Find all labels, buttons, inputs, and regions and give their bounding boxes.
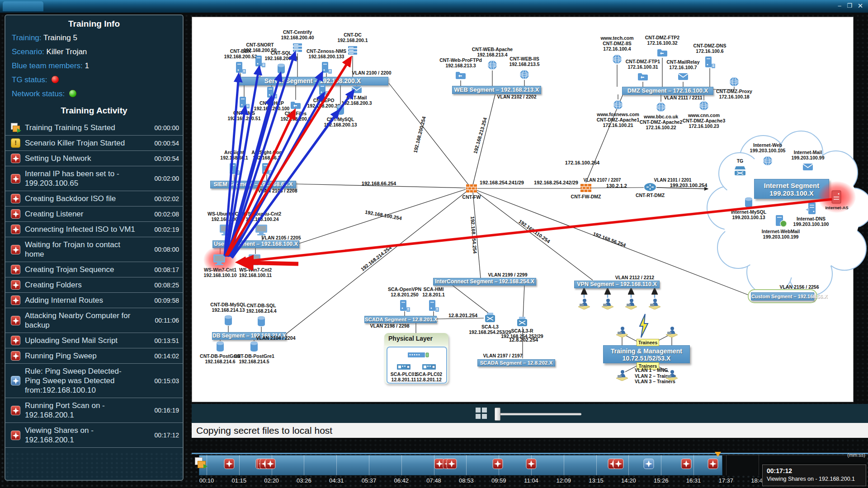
- server-segment[interactable]: Server Segment – 192.168.200.X: [237, 77, 388, 85]
- node-SCA-PLC02[interactable]: [422, 363, 436, 372]
- node-SCA-L3-R[interactable]: [516, 316, 528, 329]
- timeline-event-red[interactable]: [708, 459, 718, 469]
- node-bolt[interactable]: [638, 314, 650, 341]
- timeline-event-red[interactable]: [265, 459, 276, 469]
- activity-row-4[interactable]: Creating Backdoor ISO file00:02:02: [5, 191, 183, 206]
- timeline-event-red[interactable]: [681, 459, 692, 469]
- node-person[interactable]: [624, 298, 638, 311]
- node-ArcSight[interactable]: [228, 162, 240, 178]
- node-CNT-DB-MySQL[interactable]: [223, 314, 233, 328]
- activity-row-13[interactable]: Running Ping Sweep00:14:02: [5, 348, 183, 364]
- activity-row-12[interactable]: Uploading Send Mail Script00:13:51: [5, 333, 183, 348]
- timeline-tick-12:09: 12:09: [557, 477, 571, 484]
- node-CNT-FW-DMZ[interactable]: [580, 183, 592, 195]
- node-CNT-DC[interactable]: [347, 45, 358, 58]
- custom-segment[interactable]: Custom Segment – 192.168.56.X: [748, 289, 817, 303]
- node-CNT-DMZ-FTP1[interactable]: [637, 71, 649, 83]
- node-WS-Ubuntu-Cnt2[interactable]: [255, 224, 270, 238]
- node-www.cnn.com[interactable]: [698, 100, 710, 113]
- activity-row-1[interactable]: !Scenario Killer Trojan Started00:00:54: [5, 136, 183, 151]
- node-Internet-AS[interactable]: [831, 190, 843, 206]
- siem-segment[interactable]: SIEM Segment – 192.168.66.X: [210, 181, 296, 188]
- node-label: WS-Win7-Cnt2192.168.100.11: [224, 267, 287, 278]
- activity-row-15[interactable]: Running Port Scan on - 192.168.200.100:1…: [5, 398, 183, 423]
- node-ArcSight-Con[interactable]: [261, 162, 273, 178]
- close-button[interactable]: ✕: [855, 2, 865, 10]
- activity-row-2[interactable]: Setting Up Network00:00:54: [5, 151, 183, 166]
- custom-segment-bar[interactable]: Custom Segment – 192.168.56.X: [751, 292, 814, 300]
- minimize-button[interactable]: –: [835, 2, 844, 10]
- node-Internet-MySQL[interactable]: [744, 197, 754, 210]
- timeline-event-blue[interactable]: [644, 459, 654, 469]
- dmz-segment[interactable]: DMZ Segment – 172.16.100.X: [622, 87, 713, 95]
- node-CNT-DB-PostGre2[interactable]: [215, 341, 225, 354]
- node-CNT-BBX[interactable]: [235, 61, 246, 76]
- zoom-slider-handle[interactable]: [495, 408, 500, 421]
- node-SCA-HMI[interactable]: [428, 299, 439, 314]
- training-management-box[interactable]: Training & Management10.72.51/52/53.X: [603, 345, 690, 363]
- node-person[interactable]: [665, 326, 679, 339]
- node-CNT-Mail[interactable]: [351, 85, 363, 96]
- node-CNT-Web-ProFTPd[interactable]: [455, 70, 467, 82]
- vpn-segment[interactable]: VPN Segment – 192.168.110.X: [574, 281, 660, 288]
- node-CNT-DHCP[interactable]: [266, 86, 278, 101]
- node-CNT-WEB-IIS[interactable]: [519, 69, 530, 82]
- node-person[interactable]: [648, 298, 661, 311]
- node-CNT-MailRelay[interactable]: [677, 72, 689, 83]
- timeline-gridline: [564, 455, 564, 475]
- node-person[interactable]: [601, 298, 614, 311]
- node-person[interactable]: [615, 369, 629, 383]
- scada-segment-202[interactable]: SCADA Segment – 12.8.202.X: [477, 359, 555, 366]
- node-SCA-L3[interactable]: [484, 312, 496, 325]
- activity-row-9[interactable]: Creating Folders00:08:25: [5, 277, 183, 293]
- node-WS-Ubuntu-Cnt1[interactable]: [219, 224, 234, 238]
- layout-grid-icon[interactable]: [476, 408, 487, 419]
- node-Internet-Mail[interactable]: [802, 162, 814, 173]
- activity-row-14[interactable]: Rule: Ping Sweep Detected- Ping Sweep wa…: [5, 364, 183, 398]
- node-www.foxnews.com[interactable]: [612, 99, 624, 113]
- playhead-marker[interactable]: [715, 452, 721, 457]
- timeline-event-red[interactable]: [447, 459, 457, 469]
- activity-row-16[interactable]: Viewing Shares on - 192.168.200.100:17:1…: [5, 423, 183, 448]
- maximize-button[interactable]: ❐: [844, 2, 854, 10]
- activity-row-10[interactable]: Adding Internal Routes00:09:58: [5, 293, 183, 308]
- timeline-tick-15:26: 15:26: [654, 477, 669, 484]
- timeline-event-red[interactable]: [526, 459, 537, 469]
- timeline-event-red[interactable]: [613, 459, 624, 469]
- node-WS-Win7-Cnt1[interactable]: [212, 253, 228, 268]
- activity-row-8[interactable]: Creating Trojan Sequence00:08:17: [5, 262, 183, 277]
- activity-time: 00:08:25: [155, 282, 179, 289]
- node-TG[interactable]: [733, 165, 747, 179]
- interconnect-segment[interactable]: InterConnect Segment – 192.168.254.X: [433, 278, 536, 286]
- activity-row-3[interactable]: Internal IP has been set to - 199.203.10…: [5, 166, 183, 191]
- node-person[interactable]: [577, 298, 591, 311]
- node-physwitch[interactable]: [407, 352, 429, 361]
- node-CNT-DMZ-Proxy[interactable]: [728, 76, 740, 89]
- node-CNT-RT-DMZ[interactable]: [644, 183, 656, 193]
- activity-row-7[interactable]: Waiting for Trojan to contact home00:08:…: [5, 237, 183, 262]
- zoom-slider-track[interactable]: [495, 413, 581, 415]
- activity-row-11[interactable]: Attacking Nearby Computer for backup00:1…: [5, 308, 183, 333]
- web-segment[interactable]: WEB Segment – 192.168.213.X: [452, 86, 541, 94]
- node-CNT-FW[interactable]: [466, 183, 477, 195]
- timeline-event-training[interactable]: [195, 457, 208, 469]
- node-WS-Win7-Cnt2[interactable]: [248, 253, 263, 268]
- timeline-event-red[interactable]: [493, 459, 503, 469]
- node-CNT-SQL[interactable]: [276, 63, 286, 76]
- timeline-event-red[interactable]: [224, 459, 235, 469]
- node-CNT-DB-SQL[interactable]: [256, 315, 266, 329]
- activity-row-5[interactable]: Creating Listener00:02:08: [5, 206, 183, 222]
- node-CNT-MySQL[interactable]: [335, 104, 345, 117]
- node-person[interactable]: [665, 369, 679, 383]
- node-CNT-Zenoss-NMS[interactable]: [321, 61, 332, 76]
- node-CNT-DB-PostGre1[interactable]: [249, 341, 259, 354]
- node-SCA-PLC01[interactable]: [396, 363, 411, 372]
- activity-row-6[interactable]: Connecting Infected ISO to VM100:02:19: [5, 222, 183, 237]
- node-CNT-DMZ-FTP2[interactable]: [656, 47, 668, 59]
- node-SCA-OpenVPN[interactable]: [399, 299, 410, 314]
- scada-segment-201[interactable]: SCADA Segment – 12.8.201.X: [364, 316, 437, 323]
- node-www.bbc.co.uk[interactable]: [655, 101, 667, 115]
- node-person[interactable]: [615, 326, 629, 339]
- activity-row-0[interactable]: Training Training 5 Started00:00:00: [5, 120, 183, 136]
- node-Internet-Web[interactable]: [762, 155, 774, 169]
